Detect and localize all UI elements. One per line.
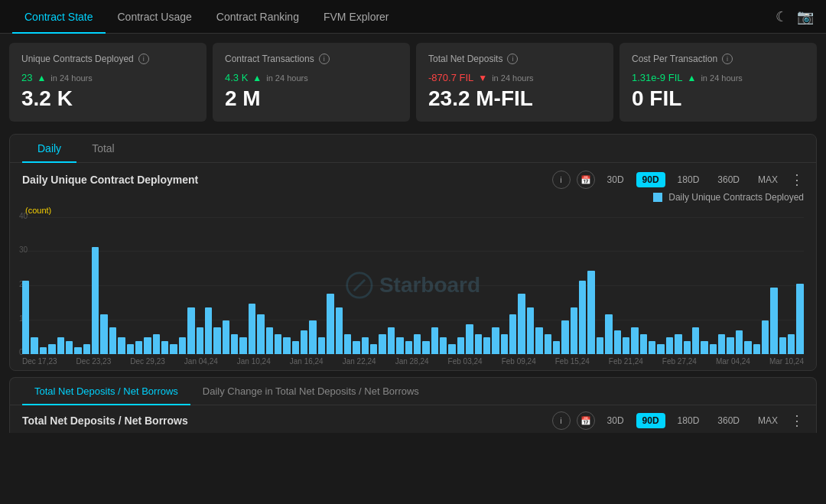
bar-item[interactable] <box>153 216 160 354</box>
bar-item[interactable] <box>127 216 134 354</box>
bottom-period-btn-180d[interactable]: 180D <box>672 413 706 428</box>
bar-item[interactable] <box>92 216 99 354</box>
bar-item[interactable] <box>118 216 125 354</box>
bar-item[interactable] <box>109 216 116 354</box>
bar-item[interactable] <box>675 216 681 354</box>
info-icon-transactions[interactable]: i <box>319 54 330 64</box>
bar-item[interactable] <box>587 216 594 354</box>
bottom-period-btn-360d[interactable]: 360D <box>711 413 746 428</box>
bar-item[interactable] <box>527 216 534 354</box>
bar-item[interactable] <box>597 216 603 354</box>
bar-item[interactable] <box>292 216 299 354</box>
bar-item[interactable] <box>57 216 64 354</box>
bar-item[interactable] <box>666 216 673 354</box>
info-icon-cost[interactable]: i <box>722 54 733 64</box>
bar-item[interactable] <box>571 216 577 354</box>
bar-item[interactable] <box>483 216 490 354</box>
bottom-period-btn-30d[interactable]: 30D <box>601 413 630 428</box>
bar-item[interactable] <box>579 216 586 354</box>
bar-item[interactable] <box>161 216 168 354</box>
screenshot-icon[interactable]: 📷 <box>797 8 814 25</box>
bar-item[interactable] <box>448 216 455 354</box>
bar-item[interactable] <box>492 216 499 354</box>
bar-item[interactable] <box>553 216 560 354</box>
bar-item[interactable] <box>362 216 369 354</box>
bar-item[interactable] <box>379 216 385 354</box>
bar-item[interactable] <box>353 216 359 354</box>
bar-item[interactable] <box>327 216 333 354</box>
bar-item[interactable] <box>231 216 238 354</box>
bar-item[interactable] <box>388 216 395 354</box>
bar-item[interactable] <box>31 216 37 354</box>
bar-item[interactable] <box>753 216 760 354</box>
bar-item[interactable] <box>718 216 725 354</box>
bar-item[interactable] <box>275 216 281 354</box>
nav-tab-contract-usage[interactable]: Contract Usage <box>106 0 204 34</box>
bar-item[interactable] <box>414 216 421 354</box>
nav-tab-contract-ranking[interactable]: Contract Ranking <box>204 0 311 34</box>
bar-item[interactable] <box>187 216 194 354</box>
bar-item[interactable] <box>466 216 473 354</box>
info-icon-deposits[interactable]: i <box>507 54 518 64</box>
bar-item[interactable] <box>623 216 629 354</box>
bar-item[interactable] <box>779 216 786 354</box>
bar-item[interactable] <box>770 216 777 354</box>
bar-item[interactable] <box>239 216 246 354</box>
bar-item[interactable] <box>605 216 612 354</box>
bar-item[interactable] <box>344 216 351 354</box>
bar-item[interactable] <box>135 216 142 354</box>
chart-tab-daily[interactable]: Daily <box>22 135 76 162</box>
bar-item[interactable] <box>788 216 795 354</box>
bar-item[interactable] <box>301 216 307 354</box>
bar-item[interactable] <box>179 216 186 354</box>
bar-item[interactable] <box>422 216 429 354</box>
bar-item[interactable] <box>736 216 743 354</box>
bar-item[interactable] <box>727 216 733 354</box>
chart-info-icon[interactable]: i <box>552 171 571 189</box>
period-btn-180d[interactable]: 180D <box>672 172 706 187</box>
bar-item[interactable] <box>144 216 151 354</box>
bar-item[interactable] <box>405 216 412 354</box>
more-options-icon[interactable]: ⋮ <box>790 171 804 188</box>
chart-tab-total[interactable]: Total <box>76 135 130 162</box>
bar-item[interactable] <box>762 216 769 354</box>
bar-item[interactable] <box>336 216 343 354</box>
bar-item[interactable] <box>640 216 647 354</box>
bar-item[interactable] <box>83 216 90 354</box>
moon-icon[interactable]: ☾ <box>776 8 788 25</box>
bottom-more-options-icon[interactable]: ⋮ <box>790 412 804 429</box>
bar-item[interactable] <box>796 216 803 354</box>
period-btn-90d[interactable]: 90D <box>636 172 665 187</box>
bar-item[interactable] <box>66 216 73 354</box>
bar-item[interactable] <box>40 216 47 354</box>
bottom-info-icon[interactable]: i <box>552 411 571 430</box>
chart-calendar-icon[interactable]: 📅 <box>577 171 595 189</box>
bar-item[interactable] <box>684 216 691 354</box>
bar-item[interactable] <box>370 216 377 354</box>
info-icon-unique-contracts[interactable]: i <box>138 54 149 64</box>
bar-item[interactable] <box>701 216 707 354</box>
bar-item[interactable] <box>475 216 482 354</box>
bottom-period-btn-90d[interactable]: 90D <box>636 413 665 428</box>
bar-item[interactable] <box>170 216 177 354</box>
bar-item[interactable] <box>205 216 212 354</box>
bar-item[interactable] <box>692 216 699 354</box>
period-btn-30d[interactable]: 30D <box>601 172 630 187</box>
bar-item[interactable] <box>318 216 325 354</box>
bar-item[interactable] <box>283 216 290 354</box>
bar-item[interactable] <box>100 216 107 354</box>
bar-item[interactable] <box>614 216 621 354</box>
bar-item[interactable] <box>396 216 403 354</box>
nav-tab-contract-state[interactable]: Contract State <box>12 0 106 34</box>
bar-item[interactable] <box>257 216 264 354</box>
bar-item[interactable] <box>631 216 638 354</box>
bar-item[interactable] <box>509 216 516 354</box>
bar-item[interactable] <box>22 216 29 354</box>
bar-item[interactable] <box>249 216 255 354</box>
bar-item[interactable] <box>74 216 81 354</box>
bar-item[interactable] <box>518 216 525 354</box>
bar-item[interactable] <box>744 216 751 354</box>
bottom-tab-daily-change[interactable]: Daily Change in Total Net Deposits / Net… <box>190 378 431 405</box>
bar-item[interactable] <box>561 216 568 354</box>
period-btn-max[interactable]: MAX <box>752 172 784 187</box>
